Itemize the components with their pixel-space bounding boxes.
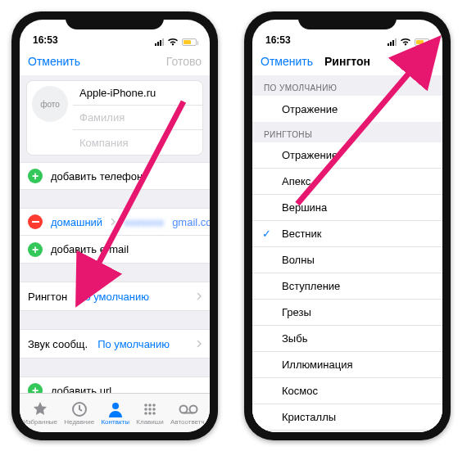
svg-point-3 [148, 404, 152, 407]
notch [66, 11, 164, 29]
company-field[interactable] [79, 137, 196, 149]
screen-right: 16:53 Отменить Рингтон Готово ПО УМОЛЧАН… [252, 20, 442, 432]
tab-label: Автоответч. [170, 418, 206, 426]
status-icons [388, 38, 429, 46]
ringtone-key: Рингтон [28, 291, 67, 303]
sms-sound-row[interactable]: Звук сообщ. По умолчанию [20, 329, 210, 359]
svg-point-8 [144, 412, 147, 415]
navbar: Отменить Готово [20, 47, 210, 75]
cancel-button[interactable]: Отменить [28, 55, 80, 68]
signal-icon [155, 38, 164, 46]
section-header-ringtones: РИНГТОНЫ [252, 122, 442, 142]
svg-point-11 [179, 405, 187, 413]
tab-bar: Избранные Недавние Контакты Клавиши [20, 393, 210, 432]
status-time: 16:53 [265, 34, 291, 46]
add-phone-row[interactable]: + добавить телефон [20, 162, 210, 190]
ringtone-list: ОтражениеАпексВершинаВестник✓ВолныВступл… [252, 142, 442, 432]
section-header-default: ПО УМОЛЧАНИЮ [252, 75, 442, 96]
list-item[interactable]: Отражение [252, 142, 442, 169]
check-icon: ✓ [262, 228, 271, 240]
wifi-icon [167, 38, 179, 46]
chevron-right-icon [197, 340, 202, 348]
keypad-icon [142, 401, 158, 417]
plus-icon: + [28, 383, 43, 393]
done-button[interactable]: Готово [382, 55, 434, 68]
list-item[interactable]: Отражение [252, 96, 442, 122]
contact-card: фото Apple-iPhone.ru [26, 80, 203, 156]
list-item[interactable]: Вестник✓ [252, 221, 442, 247]
ringtone-row[interactable]: Рингтон По умолчанию [20, 282, 210, 311]
ringtone-value: По умолчанию [77, 291, 149, 303]
list-item[interactable]: Кристаллы [252, 404, 442, 431]
sms-key: Звук сообщ. [28, 338, 88, 350]
content-area[interactable]: ПО УМОЛЧАНИЮ Отражение РИНГТОНЫ Отражени… [252, 75, 442, 432]
tab-label: Избранные [23, 418, 57, 426]
minus-icon [28, 214, 43, 229]
list-item[interactable]: Космос [252, 378, 442, 404]
svg-point-4 [152, 404, 156, 407]
signal-icon [388, 38, 397, 46]
home-label[interactable]: домашний [51, 216, 102, 228]
person-icon [107, 401, 124, 417]
tab-contacts[interactable]: Контакты [101, 401, 129, 426]
tab-favorites[interactable]: Избранные [23, 401, 57, 426]
phone-right: 16:53 Отменить Рингтон Готово ПО УМОЛЧАН… [244, 11, 451, 440]
list-item[interactable]: Апекс [252, 169, 442, 195]
svg-point-9 [148, 412, 152, 415]
name-field[interactable]: Apple-iPhone.ru [79, 87, 156, 99]
phone-left: 16:53 Отменить Готово фото Apple-iPhone.… [11, 11, 218, 440]
surname-field[interactable] [79, 111, 196, 124]
plus-icon: + [28, 242, 43, 257]
svg-point-10 [152, 412, 156, 415]
wifi-icon [400, 38, 411, 46]
list-item[interactable]: Вступление [252, 273, 442, 300]
nav-title: Рингтон [324, 55, 370, 68]
status-time: 16:53 [33, 34, 58, 46]
tab-label: Контакты [101, 418, 129, 426]
svg-point-6 [148, 408, 152, 411]
sms-value: По умолчанию [97, 338, 170, 350]
email-value-blurred: xxxxxxx [124, 216, 164, 228]
svg-point-5 [144, 408, 147, 411]
tab-keypad[interactable]: Клавиши [136, 401, 163, 426]
svg-point-1 [112, 403, 119, 409]
done-button[interactable]: Готово [149, 55, 202, 68]
star-icon [32, 401, 48, 417]
add-url-label: добавить url [51, 385, 111, 394]
email-domain: gmail.com [172, 216, 210, 228]
list-item[interactable]: Грезы [252, 300, 442, 326]
add-email-label: добавить e-mail [51, 243, 129, 255]
tab-label: Клавиши [136, 418, 163, 426]
tab-recents[interactable]: Недавние [64, 401, 94, 426]
chevron-right-icon [111, 218, 116, 226]
battery-icon [182, 38, 197, 46]
list-item[interactable]: Вершина [252, 195, 442, 221]
photo-circle[interactable]: фото [32, 86, 68, 122]
tab-label: Недавние [64, 418, 94, 426]
chevron-right-icon [197, 292, 202, 300]
list-item[interactable]: Волны [252, 247, 442, 273]
content-area: фото Apple-iPhone.ru + добавить телефон … [20, 75, 210, 393]
tab-voicemail[interactable]: Автоответч. [170, 401, 206, 426]
notch [298, 11, 397, 29]
cancel-button[interactable]: Отменить [261, 55, 313, 68]
svg-point-12 [189, 405, 197, 413]
plus-icon: + [28, 169, 43, 183]
add-phone-label: добавить телефон [51, 170, 143, 183]
add-url-row[interactable]: + добавить url [20, 377, 210, 393]
voicemail-icon [179, 401, 198, 417]
list-item[interactable]: Маяк [252, 431, 442, 432]
svg-point-7 [152, 408, 156, 411]
status-icons [155, 38, 197, 46]
add-email-row[interactable]: + добавить e-mail [20, 236, 210, 264]
list-item[interactable]: Зыбь [252, 326, 442, 352]
list-item[interactable]: Иллюминация [252, 352, 442, 378]
battery-icon [415, 38, 429, 46]
navbar: Отменить Рингтон Готово [252, 47, 442, 75]
clock-icon [71, 401, 88, 417]
screen-left: 16:53 Отменить Готово фото Apple-iPhone.… [20, 20, 210, 432]
svg-point-2 [144, 404, 147, 407]
email-row[interactable]: домашний xxxxxxxgmail.com [20, 208, 210, 236]
